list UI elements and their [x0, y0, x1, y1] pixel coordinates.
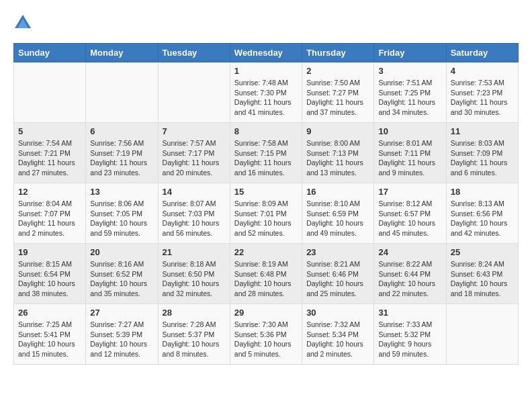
cell-text: Sunrise: 7:28 AM [163, 320, 226, 330]
calendar-cell: 20Sunrise: 8:16 AMSunset: 6:52 PMDayligh… [86, 244, 158, 304]
cell-text: Daylight: 11 hours and 34 minutes. [378, 97, 441, 117]
day-number: 22 [234, 247, 298, 257]
calendar-cell: 28Sunrise: 7:28 AMSunset: 5:37 PMDayligh… [158, 304, 230, 365]
calendar-cell [14, 62, 86, 123]
day-number: 14 [163, 187, 226, 197]
calendar-cell: 23Sunrise: 8:21 AMSunset: 6:46 PMDayligh… [302, 244, 374, 304]
calendar-cell: 9Sunrise: 8:00 AMSunset: 7:13 PMDaylight… [302, 123, 374, 183]
cell-text: Sunrise: 7:32 AM [306, 320, 369, 330]
day-header-sunday: Sunday [14, 44, 86, 62]
cell-text: Sunset: 7:09 PM [451, 148, 514, 158]
cell-text: Sunset: 5:32 PM [378, 330, 441, 340]
calendar-cell: 18Sunrise: 8:13 AMSunset: 6:56 PMDayligh… [446, 183, 518, 244]
calendar-cell: 1Sunrise: 7:48 AMSunset: 7:30 PMDaylight… [230, 62, 302, 123]
day-number: 31 [378, 308, 441, 318]
cell-text: Daylight: 10 hours and 59 minutes. [90, 218, 153, 238]
cell-text: Daylight: 10 hours and 25 minutes. [306, 279, 369, 298]
day-header-saturday: Saturday [446, 44, 518, 62]
cell-text: Sunrise: 8:03 AM [451, 138, 514, 148]
cell-text: Sunrise: 7:56 AM [90, 138, 153, 148]
cell-text: Sunset: 7:11 PM [378, 148, 441, 158]
calendar-cell: 24Sunrise: 8:22 AMSunset: 6:44 PMDayligh… [374, 244, 446, 304]
day-header-wednesday: Wednesday [230, 44, 302, 62]
day-number: 21 [163, 247, 226, 257]
day-number: 12 [18, 187, 81, 197]
week-row-1: 5Sunrise: 7:54 AMSunset: 7:21 PMDaylight… [14, 123, 519, 183]
calendar-cell: 10Sunrise: 8:01 AMSunset: 7:11 PMDayligh… [374, 123, 446, 183]
day-number: 6 [90, 126, 153, 136]
cell-text: Daylight: 10 hours and 15 minutes. [18, 339, 81, 359]
calendar-cell: 6Sunrise: 7:56 AMSunset: 7:19 PMDaylight… [86, 123, 158, 183]
cell-text: Daylight: 11 hours and 37 minutes. [306, 97, 369, 117]
day-number: 30 [306, 308, 369, 318]
calendar-cell: 5Sunrise: 7:54 AMSunset: 7:21 PMDaylight… [14, 123, 86, 183]
cell-text: Sunrise: 8:16 AM [90, 259, 153, 269]
calendar-cell: 8Sunrise: 7:58 AMSunset: 7:15 PMDaylight… [230, 123, 302, 183]
day-number: 2 [306, 66, 369, 76]
calendar-cell: 12Sunrise: 8:04 AMSunset: 7:07 PMDayligh… [14, 183, 86, 244]
day-number: 15 [234, 187, 298, 197]
day-number: 8 [234, 126, 298, 136]
day-number: 16 [306, 187, 369, 197]
cell-text: Daylight: 10 hours and 38 minutes. [18, 279, 81, 298]
day-number: 10 [378, 126, 441, 136]
cell-text: Sunset: 6:46 PM [306, 269, 369, 279]
day-header-tuesday: Tuesday [158, 44, 230, 62]
day-number: 13 [90, 187, 153, 197]
calendar-cell: 27Sunrise: 7:27 AMSunset: 5:39 PMDayligh… [86, 304, 158, 365]
cell-text: Sunrise: 7:53 AM [451, 78, 514, 88]
cell-text: Sunrise: 8:21 AM [306, 259, 369, 269]
day-number: 25 [451, 247, 514, 257]
day-number: 1 [234, 66, 298, 76]
calendar-cell: 14Sunrise: 8:07 AMSunset: 7:03 PMDayligh… [158, 183, 230, 244]
calendar-cell: 16Sunrise: 8:10 AMSunset: 6:59 PMDayligh… [302, 183, 374, 244]
day-number: 5 [18, 126, 81, 136]
calendar-cell: 4Sunrise: 7:53 AMSunset: 7:23 PMDaylight… [446, 62, 518, 123]
cell-text: Sunrise: 7:33 AM [378, 320, 441, 330]
cell-text: Sunrise: 8:06 AM [90, 199, 153, 209]
calendar-cell: 3Sunrise: 7:51 AMSunset: 7:25 PMDaylight… [374, 62, 446, 123]
calendar-cell: 22Sunrise: 8:19 AMSunset: 6:48 PMDayligh… [230, 244, 302, 304]
day-number: 28 [163, 308, 226, 318]
cell-text: Daylight: 10 hours and 52 minutes. [234, 218, 298, 238]
calendar-cell: 26Sunrise: 7:25 AMSunset: 5:41 PMDayligh… [14, 304, 86, 365]
day-number: 29 [234, 308, 298, 318]
day-header-thursday: Thursday [302, 44, 374, 62]
cell-text: Sunrise: 7:50 AM [306, 78, 369, 88]
cell-text: Sunset: 6:56 PM [451, 209, 514, 219]
cell-text: Sunset: 6:57 PM [378, 209, 441, 219]
cell-text: Sunset: 7:01 PM [234, 209, 298, 219]
calendar-cell [158, 62, 230, 123]
cell-text: Sunset: 7:03 PM [163, 209, 226, 219]
cell-text: Sunrise: 8:01 AM [378, 138, 441, 148]
week-row-3: 19Sunrise: 8:15 AMSunset: 6:54 PMDayligh… [14, 244, 519, 304]
cell-text: Daylight: 10 hours and 2 minutes. [306, 339, 369, 359]
day-number: 27 [90, 308, 153, 318]
calendar-cell: 15Sunrise: 8:09 AMSunset: 7:01 PMDayligh… [230, 183, 302, 244]
cell-text: Sunset: 5:36 PM [234, 330, 298, 340]
cell-text: Daylight: 11 hours and 16 minutes. [234, 158, 298, 177]
day-number: 20 [90, 247, 153, 257]
cell-text: Sunrise: 8:04 AM [18, 199, 81, 209]
cell-text: Sunset: 5:39 PM [90, 330, 153, 340]
cell-text: Sunset: 6:59 PM [306, 209, 369, 219]
calendar-body: 1Sunrise: 7:48 AMSunset: 7:30 PMDaylight… [14, 62, 519, 365]
cell-text: Sunrise: 8:13 AM [451, 199, 514, 209]
cell-text: Daylight: 11 hours and 30 minutes. [451, 97, 514, 117]
week-row-4: 26Sunrise: 7:25 AMSunset: 5:41 PMDayligh… [14, 304, 519, 365]
cell-text: Daylight: 10 hours and 45 minutes. [378, 218, 441, 238]
cell-text: Sunset: 6:48 PM [234, 269, 298, 279]
cell-text: Sunset: 6:52 PM [90, 269, 153, 279]
cell-text: Sunset: 7:07 PM [18, 209, 81, 219]
cell-text: Sunset: 6:44 PM [378, 269, 441, 279]
cell-text: Sunrise: 7:54 AM [18, 138, 81, 148]
cell-text: Sunrise: 8:22 AM [378, 259, 441, 269]
day-number: 24 [378, 247, 441, 257]
cell-text: Sunrise: 7:27 AM [90, 320, 153, 330]
day-number: 17 [378, 187, 441, 197]
cell-text: Daylight: 11 hours and 23 minutes. [90, 158, 153, 177]
cell-text: Sunset: 7:17 PM [163, 148, 226, 158]
cell-text: Daylight: 10 hours and 12 minutes. [90, 339, 153, 359]
cell-text: Sunrise: 7:30 AM [234, 320, 298, 330]
cell-text: Sunset: 7:05 PM [90, 209, 153, 219]
